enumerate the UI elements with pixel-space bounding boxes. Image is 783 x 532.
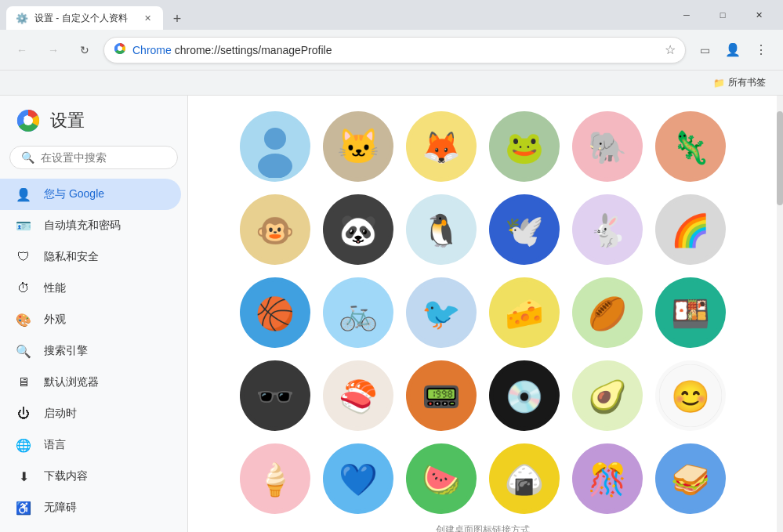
avatar-item[interactable]: 🐸: [489, 111, 560, 182]
svg-text:🎊: 🎊: [588, 461, 627, 498]
reader-mode-button[interactable]: ▭: [692, 38, 717, 63]
svg-text:🥪: 🥪: [671, 461, 710, 498]
sidebar: 设置 🔍 👤 您与 Google 🪪 自动填充和密码 🛡 隐私和安全 ⏱ 性能 …: [0, 96, 188, 532]
profile-button[interactable]: 👤: [720, 38, 745, 63]
sidebar-icon-search: 🔍: [16, 343, 31, 359]
sidebar-icon-language: 🌐: [16, 437, 31, 453]
reload-button[interactable]: ↻: [72, 38, 97, 63]
avatar-item[interactable]: 🧀: [489, 277, 560, 348]
svg-point-8: [258, 154, 292, 178]
active-tab[interactable]: ⚙️ 设置 - 自定义个人资料 ✕: [6, 6, 163, 30]
sidebar-label-startup: 启动时: [44, 407, 77, 421]
avatar-item[interactable]: 🍙: [489, 443, 560, 514]
page-scrollbar-thumb[interactable]: [777, 111, 783, 205]
avatar-item[interactable]: 🎊: [572, 443, 643, 514]
tab-close-button[interactable]: ✕: [141, 12, 154, 24]
avatar-item[interactable]: 🏀: [240, 277, 310, 348]
avatar-item[interactable]: 🚲: [323, 277, 393, 348]
avatar-item[interactable]: 🦎: [655, 111, 726, 182]
all-bookmarks[interactable]: 📁 所有书签: [709, 74, 770, 91]
svg-text:🕊️: 🕊️: [505, 212, 544, 249]
avatar-item[interactable]: 🐇: [572, 194, 643, 265]
title-bar: ⚙️ 设置 - 自定义个人资料 ✕ + ─ □ ✕: [0, 0, 783, 30]
close-button[interactable]: ✕: [741, 3, 777, 27]
sidebar-header: 设置: [0, 96, 187, 146]
avatar-item[interactable]: 🐼: [323, 194, 393, 265]
page-scrollbar[interactable]: [777, 96, 783, 532]
avatar-item[interactable]: 💿: [489, 360, 560, 431]
avatar-item[interactable]: 🐧: [406, 194, 477, 265]
avatar-item[interactable]: 🍦: [240, 443, 310, 514]
sidebar-label-privacy: 隐私和安全: [44, 250, 99, 264]
chrome-icon: [114, 42, 126, 57]
sidebar-item-privacy[interactable]: 🛡 隐私和安全: [0, 241, 181, 273]
avatar-item[interactable]: 📟: [406, 360, 477, 431]
avatar-item[interactable]: 🥑: [572, 360, 643, 431]
avatar-grid: 🐱🦊🐸🐘🦎🐵🐼🐧🕊️🐇🌈🏀🚲🐦🧀🏉🍱🕶️🍣📟💿🥑😊🍦💙🍉🍙🎊🥪: [219, 111, 745, 514]
sidebar-label-browser: 默认浏览器: [44, 375, 99, 389]
avatar-item[interactable]: 🐦: [406, 277, 477, 348]
svg-text:🏉: 🏉: [588, 295, 627, 332]
sidebar-icon-startup: ⏻: [16, 406, 31, 422]
sidebar-item-search[interactable]: 🔍 搜索引擎: [0, 335, 181, 367]
avatar-item[interactable]: 🐘: [572, 111, 643, 182]
sidebar-item-google[interactable]: 👤 您与 Google: [0, 179, 181, 210]
sidebar-item-browser[interactable]: 🖥 默认浏览器: [0, 367, 181, 398]
avatar-item[interactable]: 🍱: [655, 277, 726, 348]
sidebar-label-language: 语言: [44, 438, 66, 452]
avatar-item[interactable]: [240, 111, 310, 182]
back-button[interactable]: ←: [9, 38, 34, 63]
avatar-item[interactable]: 🍉: [406, 443, 477, 514]
menu-button[interactable]: ⋮: [749, 38, 774, 63]
sidebar-item-accessibility[interactable]: ♿ 无障碍: [0, 492, 181, 523]
minimize-button[interactable]: ─: [669, 3, 705, 27]
avatar-item[interactable]: 🐵: [240, 194, 310, 265]
avatar-item[interactable]: 💙: [323, 443, 393, 514]
url-path: chrome://settings/manageProfile: [175, 44, 332, 56]
omnibox[interactable]: Chrome chrome://settings/manageProfile ☆: [103, 37, 686, 63]
avatar-item[interactable]: 🦊: [406, 111, 477, 182]
sidebar-item-performance[interactable]: ⏱ 性能: [0, 273, 181, 304]
svg-text:💿: 💿: [505, 378, 544, 415]
avatar-item[interactable]: 🕊️: [489, 194, 560, 265]
sidebar-item-language[interactable]: 🌐 语言: [0, 429, 181, 461]
tab-strip: ⚙️ 设置 - 自定义个人资料 ✕ +: [6, 0, 669, 30]
svg-point-5: [24, 116, 33, 125]
sidebar-item-download[interactable]: ⬇ 下载内容: [0, 461, 181, 492]
sidebar-item-appearance[interactable]: 🎨 外观: [0, 304, 181, 335]
svg-text:🐧: 🐧: [422, 212, 461, 249]
avatar-item[interactable]: 🐱: [323, 111, 393, 182]
avatar-item[interactable]: 🌈: [655, 194, 726, 265]
new-tab-button[interactable]: +: [166, 8, 188, 30]
settings-search-input[interactable]: [41, 151, 178, 164]
sidebar-icon-autofill: 🪪: [16, 218, 31, 233]
avatar-item[interactable]: 😊: [655, 360, 726, 431]
avatar-item[interactable]: 🕶️: [240, 360, 310, 431]
sidebar-item-system[interactable]: 🔧 系统: [0, 523, 181, 532]
svg-text:🐸: 🐸: [505, 128, 544, 166]
bookmark-star-icon[interactable]: ☆: [665, 42, 676, 57]
maximize-button[interactable]: □: [705, 3, 741, 27]
address-bar: ← → ↻ Chrome chrome://settings/managePro…: [0, 30, 783, 71]
avatar-item[interactable]: 🥪: [655, 443, 726, 514]
avatar-item[interactable]: 🍣: [323, 360, 393, 431]
chrome-logo-icon: [16, 108, 41, 133]
folder-icon: 📁: [713, 78, 725, 89]
tab-title: 设置 - 自定义个人资料: [34, 12, 135, 25]
sidebar-item-startup[interactable]: ⏻ 启动时: [0, 398, 181, 429]
search-icon: 🔍: [21, 151, 34, 164]
avatar-item[interactable]: 🏉: [572, 277, 643, 348]
sidebar-icon-google: 👤: [16, 186, 31, 202]
sidebar-icon-privacy: 🛡: [16, 249, 31, 265]
svg-text:💙: 💙: [339, 461, 378, 498]
main-content: 设置 🔍 👤 您与 Google 🪪 自动填充和密码 🛡 隐私和安全 ⏱ 性能 …: [0, 96, 783, 532]
forward-button[interactable]: →: [41, 38, 66, 63]
url-display: Chrome chrome://settings/manageProfile: [132, 44, 658, 56]
svg-text:🍦: 🍦: [256, 461, 295, 498]
svg-text:🐼: 🐼: [339, 212, 378, 249]
window-controls: ─ □ ✕: [669, 3, 777, 27]
sidebar-item-autofill[interactable]: 🪪 自动填充和密码: [0, 210, 181, 241]
svg-text:🦊: 🦊: [422, 128, 461, 166]
svg-text:🍉: 🍉: [422, 461, 461, 498]
search-container: 🔍: [0, 146, 187, 179]
